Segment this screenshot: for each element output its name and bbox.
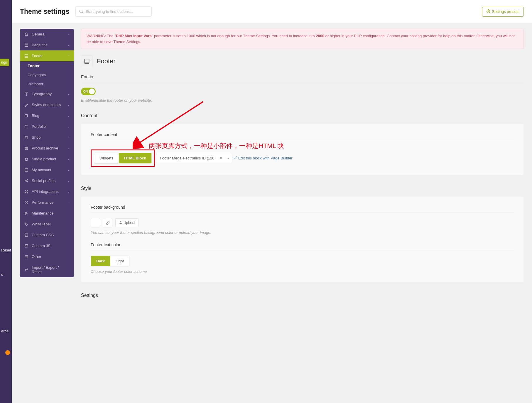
- chevron-down-icon: ⌄: [67, 168, 70, 171]
- chevron-down-icon: ⌄: [67, 179, 70, 182]
- segment-light[interactable]: Light: [110, 256, 129, 266]
- nav-item-social-profiles[interactable]: Social profiles⌄: [20, 175, 74, 186]
- settings-presets-label: Settings presets: [492, 9, 519, 14]
- chevron-down-icon: ⌃: [67, 54, 70, 57]
- nav-item-label: Import / Export / Reset: [32, 265, 70, 274]
- nav-item-label: Product archive: [32, 146, 58, 150]
- svg-point-18: [26, 223, 26, 224]
- content-panel: Footer content Widgets HTML Block 两张页脚方式…: [81, 124, 524, 175]
- svg-point-15: [25, 192, 26, 193]
- page-title: Theme settings: [20, 8, 70, 16]
- wp-sidebar-reset[interactable]: Reset: [0, 247, 12, 254]
- nav-item-label: Footer: [32, 54, 43, 58]
- bg-upload-button[interactable]: Upload: [115, 218, 139, 227]
- panel-icon: [24, 43, 29, 47]
- page-header: Theme settings Settings presets: [12, 0, 532, 23]
- nav-item-product-archive[interactable]: Product archive⌄: [20, 143, 74, 154]
- body-wrap: General⌄Page title⌄Footer⌃FooterCopyrigh…: [12, 23, 532, 309]
- nav-item-performance[interactable]: Performance⌄: [20, 197, 74, 208]
- nav-item-my-account[interactable]: My account⌄: [20, 164, 74, 175]
- nav-item-portfolio[interactable]: Portfolio⌄: [20, 121, 74, 132]
- nav-item-import-export-reset[interactable]: Import / Export / Reset: [20, 262, 74, 277]
- bg-color-swatch[interactable]: [91, 218, 100, 227]
- wp-sidebar-fragment-s[interactable]: s: [0, 271, 4, 278]
- cart-icon: [24, 135, 29, 140]
- footer-group-label: Footer: [81, 74, 524, 82]
- svg-rect-4: [25, 126, 28, 128]
- svg-rect-3: [25, 54, 28, 57]
- segment-dark[interactable]: Dark: [91, 256, 110, 266]
- nav-subitem-prefooter[interactable]: Prefooter: [20, 79, 74, 89]
- nav-item-custom-js[interactable]: Custom JS: [20, 240, 74, 251]
- nav-subitem-copyrights[interactable]: Copyrights: [20, 70, 74, 79]
- nav-item-blog[interactable]: Blog⌄: [20, 110, 74, 121]
- nav-item-white-label[interactable]: White label: [20, 219, 74, 229]
- svg-point-10: [27, 179, 28, 180]
- footer-enable-toggle[interactable]: ON: [81, 88, 96, 95]
- nav-item-api-integrations[interactable]: API integrations⌄: [20, 186, 74, 197]
- section-title: Footer: [97, 57, 116, 65]
- nav-item-single-product[interactable]: Single product⌄: [20, 154, 74, 164]
- content-heading: Content: [81, 113, 524, 118]
- tag-icon: [24, 222, 29, 226]
- nav-item-label: Styles and colors: [32, 103, 61, 107]
- style-panel: Footer background Upload You can set you…: [81, 196, 524, 282]
- chevron-down-icon: ⌄: [67, 147, 70, 150]
- search-input[interactable]: [75, 6, 152, 17]
- nav-item-label: Custom CSS: [32, 233, 54, 237]
- nav-item-label: Performance: [32, 200, 53, 205]
- wp-sidebar-active-notch[interactable]: ngs: [0, 59, 9, 66]
- nav-item-typography[interactable]: Typography⌄: [20, 89, 74, 99]
- bg-link-icon[interactable]: [103, 218, 112, 227]
- nav-item-label: White label: [32, 222, 50, 226]
- archive-icon: [24, 146, 29, 150]
- footer-textcolor-segment: Dark Light: [91, 256, 129, 266]
- nav-item-label: Portfolio: [32, 124, 46, 129]
- svg-rect-22: [85, 59, 89, 64]
- svg-point-9: [25, 180, 26, 181]
- nav-item-general[interactable]: General⌄: [20, 29, 74, 40]
- edit-block-link[interactable]: Edit this block with Page Builder: [234, 156, 293, 160]
- js-icon: [24, 244, 29, 248]
- nav-subitem-footer[interactable]: Footer: [20, 61, 74, 70]
- svg-point-6: [27, 139, 28, 139]
- chevron-down-icon: ⌄: [67, 43, 70, 47]
- settings-presets-button[interactable]: Settings presets: [482, 7, 524, 17]
- nav-item-footer[interactable]: Footer⌃: [20, 50, 74, 61]
- svg-rect-2: [25, 44, 28, 46]
- settings-heading: Settings: [81, 293, 524, 298]
- nav-item-shop[interactable]: Shop⌄: [20, 132, 74, 143]
- nav-item-label: API integrations: [32, 189, 59, 194]
- nav-item-page-title[interactable]: Page title⌄: [20, 40, 74, 50]
- chevron-down-icon: ⌄: [67, 103, 70, 106]
- gear-icon: [487, 9, 490, 14]
- nav-item-label: Other: [32, 254, 41, 259]
- nav-item-label: Social profiles: [32, 178, 55, 183]
- briefcase-icon: [24, 125, 29, 129]
- nav-item-label: Maintenance: [32, 211, 53, 215]
- svg-point-16: [27, 192, 28, 193]
- settings-nav: General⌄Page title⌄Footer⌃FooterCopyrigh…: [20, 29, 74, 277]
- chevron-down-icon: ⌄: [67, 125, 70, 128]
- home-icon: [24, 32, 29, 36]
- nav-item-styles-and-colors[interactable]: Styles and colors⌄: [20, 99, 74, 110]
- main-area: Theme settings Settings presets General⌄…: [12, 0, 532, 309]
- nav-item-other[interactable]: Other: [20, 251, 74, 262]
- brush-icon: [24, 103, 29, 107]
- segment-widgets[interactable]: Widgets: [94, 153, 119, 163]
- nav-item-custom-css[interactable]: Custom CSS: [20, 229, 74, 240]
- api-icon: [24, 190, 29, 194]
- transfer-icon: [24, 268, 29, 272]
- nav-item-maintenance[interactable]: Maintenance: [20, 208, 74, 219]
- nav-item-label: Blog: [32, 113, 39, 118]
- svg-rect-8: [25, 168, 28, 171]
- annotation-red-box: Widgets HTML Block: [91, 149, 155, 167]
- nav-item-label: Custom JS: [32, 244, 50, 248]
- chevron-down-icon: ⌄: [67, 114, 70, 117]
- nav-item-label: Page title: [32, 43, 48, 47]
- segment-html-block[interactable]: HTML Block: [119, 153, 151, 163]
- select-clear-icon[interactable]: ✕: [219, 156, 222, 160]
- svg-point-14: [27, 190, 28, 191]
- nav-item-label: Single product: [32, 157, 56, 161]
- chevron-down-icon[interactable]: ▾: [227, 157, 229, 160]
